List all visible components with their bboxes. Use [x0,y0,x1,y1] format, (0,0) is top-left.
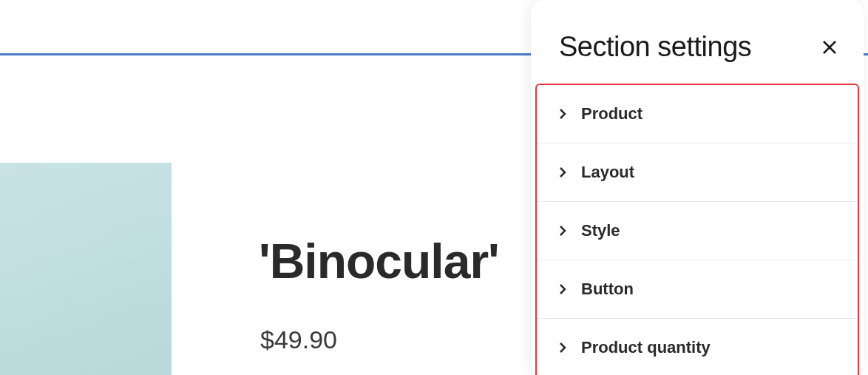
chevron-right-icon [559,166,566,178]
chevron-right-icon [559,108,566,120]
product-price: $49.90 [260,325,337,354]
settings-panel: Section settings Product Layout Style [531,0,864,375]
settings-item-label: Style [581,221,620,240]
close-icon[interactable] [822,40,837,55]
settings-item-label: Product quantity [581,338,711,357]
settings-list: Product Layout Style Button Product quan… [535,84,859,375]
product-title: 'Binocular' [259,233,499,289]
settings-item-product-quantity[interactable]: Product quantity [537,319,858,375]
settings-item-layout[interactable]: Layout [537,143,858,202]
panel-header: Section settings [531,0,864,84]
settings-item-label: Product [581,104,642,124]
settings-item-product[interactable]: Product [537,85,858,143]
settings-item-label: Button [581,280,634,299]
settings-item-label: Layout [581,163,634,182]
chevron-right-icon [559,225,566,237]
settings-item-button[interactable]: Button [537,260,858,319]
chevron-right-icon [559,342,566,354]
panel-title: Section settings [559,31,751,63]
product-image [0,163,172,375]
chevron-right-icon [559,283,566,295]
settings-item-style[interactable]: Style [537,202,858,260]
